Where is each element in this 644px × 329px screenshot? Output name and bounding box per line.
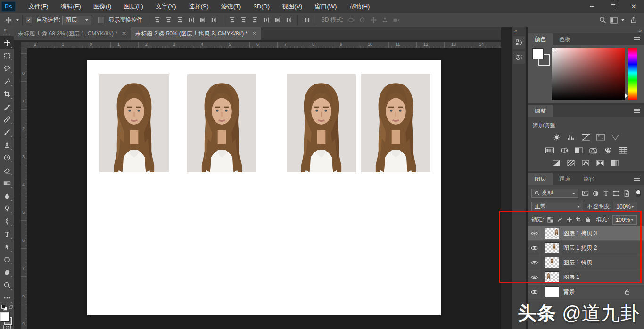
search-button[interactable] — [597, 15, 608, 25]
tab-layers[interactable]: 图层 — [528, 173, 553, 185]
menu-item-7[interactable]: 滤镜(T) — [215, 0, 248, 13]
eraser-tool[interactable] — [0, 164, 14, 177]
tab-close-icon[interactable]: ✕ — [252, 30, 256, 37]
minimize-button[interactable] — [582, 0, 603, 13]
zoom-tool[interactable] — [0, 278, 14, 291]
align-left-button[interactable] — [185, 15, 197, 25]
type-tool[interactable] — [0, 228, 14, 240]
tab-close-icon[interactable]: ✕ — [122, 30, 126, 37]
invert-adjustment-button[interactable] — [552, 159, 562, 167]
align-bottom-button[interactable] — [174, 15, 185, 25]
expand-panels-icon[interactable]: « — [512, 27, 526, 34]
clone-stamp-tool[interactable] — [0, 138, 14, 151]
menu-item-3[interactable]: 图像(I) — [87, 0, 117, 13]
blend-mode-dropdown[interactable]: 正常 — [531, 202, 583, 211]
move-tool-icon[interactable] — [3, 15, 14, 25]
collapse-panels-icon[interactable]: » — [639, 28, 641, 33]
workspace-switcher-button[interactable] — [608, 15, 619, 25]
document-tab-2[interactable]: 未标题-2 @ 50% (图层 1 拷贝 3, CMYK/8#) * ✕ — [131, 27, 261, 40]
slide-3d-button[interactable] — [379, 15, 390, 25]
menu-item-8[interactable]: 3D(D) — [247, 0, 276, 13]
posterize-adjustment-button[interactable] — [566, 159, 577, 167]
auto-select-checkbox[interactable]: ✓ — [26, 17, 32, 23]
layer-row-5[interactable]: 背景 — [528, 285, 644, 299]
hue-pointer-icon[interactable] — [625, 93, 628, 98]
lasso-tool[interactable] — [0, 62, 14, 75]
workspace-caret-icon[interactable] — [621, 19, 624, 21]
dist-hcenter-button[interactable] — [272, 15, 283, 25]
layer-filter-toggle[interactable] — [636, 189, 641, 197]
levels-adjustment-button[interactable] — [566, 133, 577, 141]
curves-adjustment-button[interactable] — [581, 133, 591, 141]
default-colors-icon[interactable] — [1, 305, 5, 309]
foreground-color-swatch-panel[interactable] — [532, 48, 544, 59]
type-layer-filter-button[interactable] — [602, 189, 610, 197]
menu-item-9[interactable]: 视图(V) — [276, 0, 308, 13]
panel-menu-icon[interactable] — [634, 108, 640, 114]
layer-thumbnail[interactable] — [545, 286, 559, 297]
move-tool[interactable] — [0, 36, 14, 49]
color-lookup-adjustment-button[interactable] — [618, 146, 628, 154]
hue-slider[interactable] — [628, 48, 637, 100]
show-transform-checkbox[interactable] — [98, 17, 104, 23]
document-tab-1[interactable]: 未标题-1 @ 68.3% (图层 1, CMYK/8#) * ✕ — [14, 27, 131, 40]
restore-button[interactable] — [603, 0, 623, 13]
roll-3d-button[interactable] — [356, 15, 368, 25]
align-right-button[interactable] — [208, 15, 219, 25]
canvas[interactable] — [87, 60, 441, 315]
vertical-ruler[interactable]: 0123456789 — [21, 48, 27, 329]
shape-layer-filter-button[interactable] — [612, 189, 620, 197]
align-top-button[interactable] — [151, 15, 163, 25]
color-balance-adjustment-button[interactable] — [559, 146, 570, 154]
opacity-dropdown[interactable]: 100% — [613, 202, 637, 211]
ellipse-tool[interactable] — [0, 253, 14, 266]
3d-panel-button[interactable] — [513, 51, 525, 64]
brightness-contrast-adjustment-button[interactable] — [552, 133, 562, 141]
brush-tool[interactable] — [0, 126, 14, 138]
quick-selection-tool[interactable] — [0, 75, 14, 87]
panel-menu-icon[interactable] — [634, 36, 640, 42]
camera-3d-button[interactable] — [390, 15, 402, 25]
layer-name[interactable]: 背景 — [563, 288, 575, 296]
share-button[interactable] — [628, 15, 639, 25]
layer-filter-type-dropdown[interactable]: 类型 — [531, 189, 578, 198]
photo-filter-adjustment-button[interactable] — [588, 146, 599, 154]
rectangular-marquee-tool[interactable] — [0, 49, 14, 62]
tool-preset-caret[interactable] — [16, 19, 19, 21]
tab-color[interactable]: 颜色 — [528, 33, 553, 45]
dist-bottom-button[interactable] — [249, 15, 260, 25]
distribute-spacing-button[interactable] — [301, 15, 313, 25]
menu-item-2[interactable]: 编辑(E) — [55, 0, 87, 13]
history-panel-button[interactable] — [513, 36, 525, 49]
orbit-3d-button[interactable] — [345, 15, 356, 25]
dodge-tool[interactable] — [0, 202, 14, 215]
dist-vcenter-button[interactable] — [238, 15, 249, 25]
tab-paths[interactable]: 路径 — [577, 173, 602, 185]
align-hcenter-button[interactable] — [197, 15, 208, 25]
color-marker-icon[interactable] — [552, 48, 556, 52]
blur-tool[interactable] — [0, 189, 14, 202]
crop-tool[interactable] — [0, 87, 14, 100]
exposure-adjustment-button[interactable] — [595, 133, 606, 141]
close-button[interactable]: ✕ — [623, 0, 644, 13]
portrait-photo-4[interactable] — [361, 74, 430, 172]
eyedropper-tool[interactable] — [0, 100, 14, 113]
spot-healing-brush-tool[interactable] — [0, 113, 14, 126]
dist-left-button[interactable] — [260, 15, 272, 25]
menu-item-4[interactable]: 图层(L) — [117, 0, 149, 13]
path-selection-tool[interactable] — [0, 240, 14, 253]
smart-object-filter-button[interactable] — [623, 189, 631, 197]
menu-item-10[interactable]: 窗口(W) — [308, 0, 343, 13]
portrait-photo-3[interactable] — [287, 74, 356, 172]
pan-3d-button[interactable] — [368, 15, 379, 25]
layer-visibility-toggle[interactable] — [528, 285, 541, 299]
gradient-tool[interactable] — [0, 177, 14, 189]
hand-tool[interactable] — [0, 266, 14, 278]
quick-mask-button[interactable] — [3, 325, 11, 329]
pen-tool[interactable] — [0, 215, 14, 228]
align-vcenter-button[interactable] — [163, 15, 174, 25]
black-white-adjustment-button[interactable] — [574, 146, 584, 154]
history-brush-tool[interactable] — [0, 151, 14, 164]
toolbar-grip[interactable] — [3, 34, 10, 35]
menu-item-6[interactable]: 选择(S) — [182, 0, 215, 13]
